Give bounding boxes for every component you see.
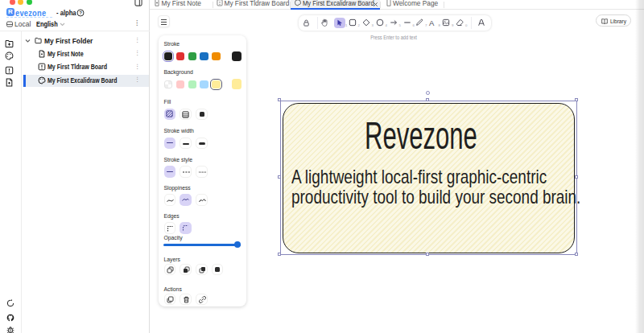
svg-text:?: ?: [79, 10, 82, 15]
